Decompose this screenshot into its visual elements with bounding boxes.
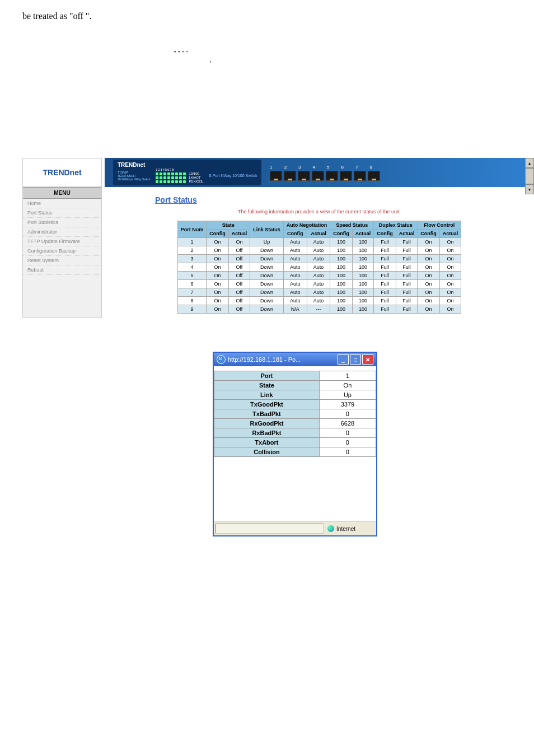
port-num-label: 5 [327,165,329,170]
page-text: be treated as "off ". [0,0,534,32]
cell: Auto [307,272,330,280]
port-jack [312,171,324,181]
sidebar-item[interactable]: Port Statistics [23,218,101,227]
scroll-up-icon[interactable]: ▴ [525,158,534,168]
table-row[interactable]: 2OnOffDownAutoAuto100100FullFullOnOn [177,246,461,255]
cell: Down [250,255,284,263]
cell: Auto [307,280,330,288]
cell: Auto [283,280,307,288]
cell: 100 [352,297,374,305]
port-num-label: 3 [298,165,301,170]
sub-actual: Actual [439,230,461,238]
cell: On [418,297,440,305]
menu-header: MENU [23,187,101,199]
cell: Auto [307,255,330,263]
cell: On [418,246,440,255]
col-link: Link Status [250,221,284,238]
dialog-titlebar[interactable]: http://192.168.1.181 - Po... _ □ ✕ [214,353,376,366]
cell: Full [374,263,396,272]
cell: On [207,297,229,305]
stats-row: Collision0 [214,447,376,457]
cell: 100 [330,238,353,246]
stats-row: TxAbort0 [214,438,376,447]
close-button[interactable]: ✕ [362,354,373,365]
cell: Auto [307,246,330,255]
cell: 4 [177,263,207,272]
sub-actual: Actual [396,230,418,238]
scroll-down-icon[interactable]: ▾ [525,184,534,194]
sub-actual: Actual [352,230,374,238]
cell: On [439,238,461,246]
cell: Off [228,288,250,297]
sub-config: Config [207,230,229,238]
cell: On [439,272,461,280]
cell: On [207,280,229,288]
table-row[interactable]: 9OnOffDownN/A---100100FullFullOnOn [177,305,461,314]
table-row[interactable]: 8OnOffDownAutoAuto100100FullFullOnOn [177,297,461,305]
dialog-title: http://192.168.1.181 - Po... [217,355,301,364]
device-brand: TRENDnet [118,162,257,168]
scrollbar[interactable]: ▴ ▾ [525,158,534,194]
cell: Down [250,297,284,305]
cell: On [439,246,461,255]
stat-value: 0 [319,409,376,419]
cell: Full [396,246,418,255]
stats-table: Port1StateOnLinkUpTxGoodPkt3379TxBadPkt0… [214,371,376,457]
stat-label: State [214,381,320,390]
port-jack [326,171,338,181]
cell: 100 [352,238,374,246]
port-jack [340,171,352,181]
port-num-label: 1 [270,165,272,170]
table-row[interactable]: 1OnOnUpAutoAuto100100FullFullOnOn [177,238,461,246]
cell: Auto [307,297,330,305]
led-indicators: 1 2 3 4 5 6 7 8 10/100 LK/ACT FDX/COL [156,168,203,183]
maximize-button[interactable]: □ [350,354,361,365]
port-num-label: 4 [313,165,315,170]
table-row[interactable]: 6OnOffDownAutoAuto100100FullFullOnOn [177,280,461,288]
minimize-button[interactable]: _ [338,354,349,365]
stat-value: 0 [319,428,376,438]
sub-config: Config [374,230,396,238]
col-flow: Flow Control [418,221,461,230]
cell: 100 [330,255,353,263]
sub-config: Config [418,230,440,238]
cell: On [439,255,461,263]
table-row[interactable]: 4OnOffDownAutoAuto100100FullFullOnOn [177,263,461,272]
cell: On [418,272,440,280]
cell: Full [374,246,396,255]
port-jack [368,171,380,181]
sidebar-item[interactable]: Configuration Backup [23,246,101,256]
col-autoneg: Auto Negotiation [283,221,330,230]
cell: Full [396,280,418,288]
table-row[interactable]: 5OnOffDownAutoAuto100100FullFullOnOn [177,272,461,280]
sidebar-item[interactable]: TFTP Update Firmware [23,237,101,246]
cell: Off [228,280,250,288]
ie-icon [217,355,226,364]
scroll-thumb[interactable] [525,168,534,184]
cell: On [439,297,461,305]
sub-actual: Actual [228,230,250,238]
cell: On [207,255,229,263]
cell: On [418,305,440,314]
cell: 100 [352,255,374,263]
sidebar-item[interactable]: Administrator [23,227,101,237]
sidebar-item[interactable]: Home [23,199,101,208]
port-jack [270,171,282,181]
cell: Down [250,272,284,280]
stat-value: 0 [319,447,376,457]
cell: On [207,238,229,246]
sidebar-item[interactable]: Reset System [23,256,101,265]
cell: Auto [283,246,307,255]
cell: 8 [177,297,207,305]
table-row[interactable]: 3OnOffDownAutoAuto100100FullFullOnOn [177,255,461,263]
globe-icon [327,525,334,532]
cell: Auto [283,297,307,305]
stats-row: StateOn [214,381,376,390]
sidebar-item[interactable]: Port Status [23,208,101,218]
quotes-comma: , [210,56,212,63]
cell: Auto [283,238,307,246]
cell: Full [374,272,396,280]
led-10100: 10/100 [189,172,199,175]
table-row[interactable]: 7OnOffDownAutoAuto100100FullFullOnOn [177,288,461,297]
sidebar-item[interactable]: Reboot [23,265,101,275]
